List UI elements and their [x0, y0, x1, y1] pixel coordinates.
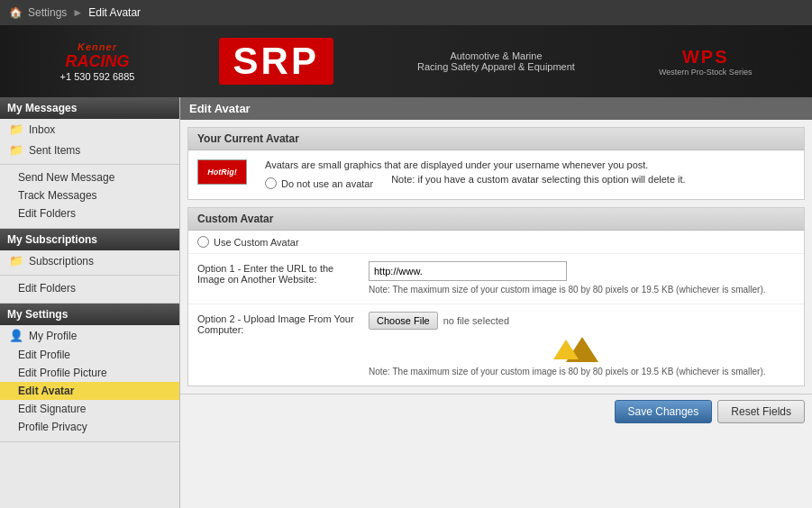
my-subscriptions-header: My Subscriptions	[0, 229, 179, 250]
current-avatar-body: HotRig! Avatars are small graphics that …	[188, 150, 804, 199]
subscriptions-label: Subscriptions	[29, 255, 94, 268]
choose-file-button[interactable]: Choose File	[369, 312, 438, 330]
use-custom-radio[interactable]	[197, 236, 209, 248]
sent-label: Sent Items	[29, 144, 80, 157]
custom-avatar-title: Custom Avatar	[188, 208, 804, 231]
banner-wps: WPS	[659, 47, 752, 68]
my-messages-header: My Messages	[0, 97, 179, 119]
reset-fields-button[interactable]: Reset Fields	[717, 400, 805, 423]
avatar-preview-text: HotRig!	[207, 168, 237, 177]
avatar-image: HotRig!	[197, 159, 247, 185]
sent-folder-icon: 📁	[9, 143, 23, 157]
send-new-message-link[interactable]: Send New Message	[0, 168, 179, 186]
breadcrumb-separator: ►	[72, 6, 83, 19]
inbox-label: Inbox	[29, 123, 55, 136]
option2-content: Choose File no file selected Note: The m…	[369, 312, 795, 378]
sidebar-item-subscriptions[interactable]: 📁 Subscriptions	[0, 250, 179, 271]
option1-label: Option 1 - Enter the URL to the Image on…	[197, 261, 369, 285]
option1-content: Note: The maximum size of your custom im…	[369, 261, 795, 296]
banner-phone: +1 530 592 6885	[60, 71, 135, 82]
home-icon[interactable]: 🏠	[9, 6, 23, 19]
edit-profile-picture-link[interactable]: Edit Profile Picture	[0, 364, 179, 382]
my-profile-label: My Profile	[29, 330, 77, 342]
url-input[interactable]	[369, 261, 567, 281]
banner: Kenner RACING +1 530 592 6885 SRP Automo…	[0, 25, 812, 97]
banner-racing: RACING	[60, 52, 135, 71]
action-bar: Save Changes Reset Fields	[180, 394, 812, 429]
edit-folders-messages-link[interactable]: Edit Folders	[0, 204, 179, 222]
banner-srp: SRP	[219, 38, 333, 85]
content-header: Edit Avatar	[180, 97, 812, 120]
breadcrumb-settings[interactable]: Settings	[28, 6, 67, 19]
file-input-row: Choose File no file selected	[369, 312, 795, 330]
track-messages-link[interactable]: Track Messages	[0, 186, 179, 204]
profile-privacy-link[interactable]: Profile Privacy	[0, 418, 179, 436]
sidebar-item-inbox[interactable]: 📁 Inbox	[0, 119, 179, 140]
sidebar: My Messages 📁 Inbox 📁 Sent Items Send Ne…	[0, 97, 180, 508]
option1-row: Option 1 - Enter the URL to the Image on…	[188, 254, 804, 304]
content-area: Edit Avatar Your Current Avatar HotRig! …	[180, 97, 812, 508]
use-custom-label: Use Custom Avatar	[214, 237, 299, 248]
avatar-description: Avatars are small graphics that are disp…	[265, 159, 686, 170]
option1-note: Note: The maximum size of your custom im…	[369, 284, 795, 296]
sidebar-item-sent[interactable]: 📁 Sent Items	[0, 140, 179, 160]
my-settings-header: My Settings	[0, 304, 179, 325]
no-file-text: no file selected	[443, 315, 509, 326]
sidebar-section-subscriptions: My Subscriptions 📁 Subscriptions Edit Fo…	[0, 229, 179, 304]
banner-tagline1: Automotive & Marine	[417, 50, 575, 61]
edit-profile-link[interactable]: Edit Profile	[0, 346, 179, 364]
no-avatar-label: Do not use an avatar	[281, 178, 373, 189]
arrow-container	[369, 333, 795, 362]
custom-avatar-section: Custom Avatar Use Custom Avatar Option 1…	[187, 207, 805, 386]
sidebar-section-messages: My Messages 📁 Inbox 📁 Sent Items Send Ne…	[0, 97, 179, 229]
avatar-note: Note: if you have a custom avatar select…	[391, 174, 686, 185]
current-avatar-section: Your Current Avatar HotRig! Avatars are …	[187, 127, 805, 200]
option2-row: Option 2 - Upload Image From Your Comput…	[188, 304, 804, 386]
sidebar-item-my-profile[interactable]: 👤 My Profile	[0, 325, 179, 346]
use-custom-row: Use Custom Avatar	[188, 231, 804, 254]
save-changes-button[interactable]: Save Changes	[615, 400, 713, 423]
breadcrumb-current: Edit Avatar	[88, 6, 141, 19]
no-avatar-radio[interactable]	[265, 177, 277, 189]
main-layout: My Messages 📁 Inbox 📁 Sent Items Send Ne…	[0, 97, 812, 508]
banner-wps-subtitle: Western Pro-Stock Series	[659, 68, 752, 77]
subscriptions-folder-icon: 📁	[9, 254, 23, 268]
divider1	[0, 164, 179, 165]
banner-kenner-name: Kenner	[60, 41, 135, 52]
breadcrumb-bar: 🏠 Settings ► Edit Avatar	[0, 0, 812, 25]
inbox-folder-icon: 📁	[9, 122, 23, 136]
edit-signature-link[interactable]: Edit Signature	[0, 400, 179, 418]
banner-tagline2: Racing Safety Apparel & Equipment	[417, 61, 575, 72]
edit-folders-subs-link[interactable]: Edit Folders	[0, 279, 179, 297]
current-avatar-title: Your Current Avatar	[188, 128, 804, 150]
arrow-icon	[553, 340, 579, 359]
option2-note: Note: The maximum size of your custom im…	[369, 366, 795, 378]
profile-user-icon: 👤	[9, 329, 23, 342]
no-avatar-radio-row: Do not use an avatar	[265, 177, 373, 189]
divider2	[0, 275, 179, 276]
edit-avatar-link[interactable]: Edit Avatar	[0, 382, 179, 400]
sidebar-section-settings: My Settings 👤 My Profile Edit Profile Ed…	[0, 304, 179, 442]
option2-label: Option 2 - Upload Image From Your Comput…	[197, 312, 369, 335]
